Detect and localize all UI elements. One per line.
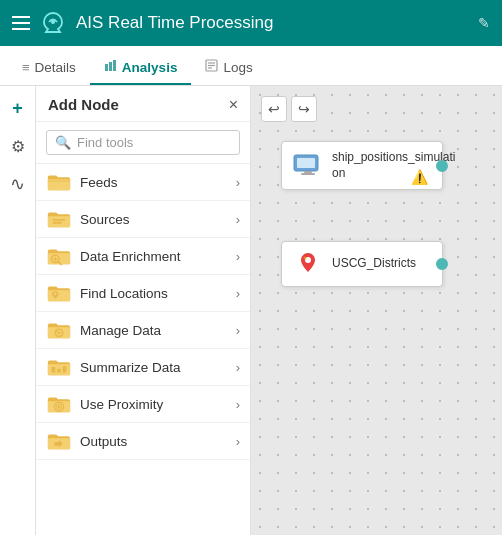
edit-icon[interactable]: ✎ bbox=[478, 15, 490, 31]
folder-icon-data-enrichment bbox=[46, 245, 72, 267]
node-pin-icon bbox=[292, 250, 324, 278]
sidebar-settings-icon[interactable]: ⚙ bbox=[4, 132, 32, 160]
tool-item-find-locations[interactable]: Find Locations › bbox=[36, 275, 250, 312]
tool-feeds-label: Feeds bbox=[80, 175, 228, 190]
tool-list: Feeds › Sources › bbox=[36, 164, 250, 535]
node-monitor-icon bbox=[292, 152, 324, 180]
logs-tab-icon bbox=[205, 59, 218, 75]
folder-icon-feeds bbox=[46, 171, 72, 193]
search-input-wrapper[interactable]: 🔍 bbox=[46, 130, 240, 155]
folder-icon-manage-data bbox=[46, 319, 72, 341]
svg-point-0 bbox=[51, 20, 55, 24]
tool-data-enrichment-label: Data Enrichment bbox=[80, 249, 228, 264]
redo-button[interactable]: ↪ bbox=[291, 96, 317, 122]
svg-rect-35 bbox=[304, 171, 312, 173]
svg-rect-18 bbox=[48, 290, 70, 301]
sidebar-add-icon[interactable]: + bbox=[4, 94, 32, 122]
svg-rect-12 bbox=[53, 222, 62, 224]
svg-rect-36 bbox=[301, 173, 315, 175]
node-uscg-districts[interactable]: USCG_Districts bbox=[281, 241, 443, 287]
tool-use-proximity-label: Use Proximity bbox=[80, 397, 228, 412]
add-node-panel: Add Node × 🔍 Feeds › bbox=[36, 86, 251, 535]
tabs-bar: ≡ Details Analysis Logs bbox=[0, 46, 502, 86]
panel-title: Add Node bbox=[48, 96, 119, 113]
tab-logs-label: Logs bbox=[223, 60, 252, 75]
chevron-data-enrichment-icon: › bbox=[236, 249, 240, 264]
tool-item-outputs[interactable]: Outputs › bbox=[36, 423, 250, 460]
svg-point-31 bbox=[58, 405, 61, 408]
chevron-summarize-data-icon: › bbox=[236, 360, 240, 375]
tool-item-sources[interactable]: Sources › bbox=[36, 201, 250, 238]
node-uscg-output-port[interactable] bbox=[436, 258, 448, 270]
tab-analysis-label: Analysis bbox=[122, 60, 178, 75]
tool-sources-label: Sources bbox=[80, 212, 228, 227]
menu-icon[interactable] bbox=[12, 16, 30, 30]
tool-summarize-data-label: Summarize Data bbox=[80, 360, 228, 375]
svg-point-38 bbox=[304, 257, 307, 260]
analysis-tab-icon bbox=[104, 59, 117, 75]
chevron-manage-data-icon: › bbox=[236, 323, 240, 338]
chevron-feeds-icon: › bbox=[236, 175, 240, 190]
tab-details-label: Details bbox=[35, 60, 76, 75]
tab-logs[interactable]: Logs bbox=[191, 51, 266, 85]
search-icon: 🔍 bbox=[55, 135, 71, 150]
svg-rect-3 bbox=[113, 60, 116, 71]
tool-item-data-enrichment[interactable]: Data Enrichment › bbox=[36, 238, 250, 275]
canvas-toolbar: ↩ ↪ bbox=[261, 96, 317, 122]
svg-rect-10 bbox=[48, 216, 70, 227]
tab-details[interactable]: ≡ Details bbox=[8, 52, 90, 85]
svg-rect-11 bbox=[53, 219, 66, 221]
svg-rect-26 bbox=[57, 369, 61, 373]
search-input[interactable] bbox=[77, 135, 231, 150]
svg-rect-34 bbox=[297, 158, 315, 168]
app-header: AIS Real Time Processing ✎ bbox=[0, 0, 502, 46]
search-box: 🔍 bbox=[36, 122, 250, 164]
tool-item-manage-data[interactable]: Manage Data › bbox=[36, 312, 250, 349]
page-title: AIS Real Time Processing bbox=[76, 13, 468, 33]
canvas-area[interactable]: ↩ ↪ ship_positions_simulation ⚠️ bbox=[251, 86, 502, 535]
brand-logo bbox=[40, 10, 66, 36]
folder-icon-sources bbox=[46, 208, 72, 230]
chevron-find-locations-icon: › bbox=[236, 286, 240, 301]
undo-button[interactable]: ↩ bbox=[261, 96, 287, 122]
main-layout: + ⚙ ∿ Add Node × 🔍 Feeds › bbox=[0, 86, 502, 535]
left-sidebar: + ⚙ ∿ bbox=[0, 86, 36, 535]
folder-icon-outputs bbox=[46, 430, 72, 452]
svg-rect-25 bbox=[52, 367, 56, 373]
sidebar-pulse-icon[interactable]: ∿ bbox=[4, 170, 32, 198]
details-tab-icon: ≡ bbox=[22, 60, 30, 75]
svg-rect-2 bbox=[109, 62, 112, 71]
chevron-outputs-icon: › bbox=[236, 434, 240, 449]
tool-outputs-label: Outputs bbox=[80, 434, 228, 449]
tab-analysis[interactable]: Analysis bbox=[90, 51, 192, 85]
tool-item-summarize-data[interactable]: Summarize Data › bbox=[36, 349, 250, 386]
tool-find-locations-label: Find Locations bbox=[80, 286, 228, 301]
folder-icon-find-locations bbox=[46, 282, 72, 304]
node-ship-positions[interactable]: ship_positions_simulation ⚠️ bbox=[281, 141, 443, 190]
panel-header: Add Node × bbox=[36, 86, 250, 122]
svg-rect-27 bbox=[63, 366, 67, 373]
folder-icon-summarize-data bbox=[46, 356, 72, 378]
tool-manage-data-label: Manage Data bbox=[80, 323, 228, 338]
tool-item-use-proximity[interactable]: Use Proximity › bbox=[36, 386, 250, 423]
chevron-sources-icon: › bbox=[236, 212, 240, 227]
chevron-use-proximity-icon: › bbox=[236, 397, 240, 412]
svg-point-19 bbox=[54, 293, 57, 296]
tool-item-feeds[interactable]: Feeds › bbox=[36, 164, 250, 201]
svg-rect-1 bbox=[105, 64, 108, 71]
node-uscg-label: USCG_Districts bbox=[332, 256, 432, 272]
warning-icon: ⚠️ bbox=[411, 169, 428, 185]
folder-icon-use-proximity bbox=[46, 393, 72, 415]
panel-close-button[interactable]: × bbox=[229, 97, 238, 113]
node-ship-output-port[interactable] bbox=[436, 160, 448, 172]
